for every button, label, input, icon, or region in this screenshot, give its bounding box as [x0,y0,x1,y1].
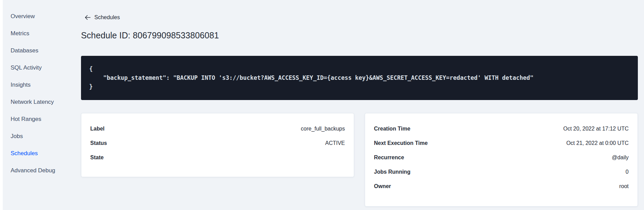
summary-row-state: State [90,150,345,165]
summary-label: Owner [374,183,391,189]
summary-label: Status [90,140,107,146]
sidebar-item-insights[interactable]: Insights [3,76,65,94]
sidebar-item-sql-activity[interactable]: SQL Activity [3,59,65,76]
summary-label: State [90,155,104,161]
sidebar-item-databases[interactable]: Databases [3,42,65,59]
left-edge-strip [0,0,3,210]
summary-row-creation-time: Creation Time Oct 20, 2022 at 17:12 UTC [374,122,629,136]
summary-label: Recurrence [374,155,404,161]
summary-value: Oct 21, 2022 at 0:00 UTC [566,140,629,146]
summary-label: Next Execution Time [374,140,428,146]
sidebar-item-schedules[interactable]: Schedules [3,145,65,162]
summary-row-jobs-running: Jobs Running 0 [374,165,629,179]
code-line: } [89,82,630,91]
sidebar-item-advanced-debug[interactable]: Advanced Debug [3,162,65,179]
summary-row-recurrence: Recurrence @daily [374,150,629,165]
arrow-left-icon [85,15,91,20]
summary-value: ACTIVE [325,140,345,146]
summary-label: Label [90,126,105,132]
summary-value: Oct 20, 2022 at 17:12 UTC [563,126,629,132]
sidebar-item-overview[interactable]: Overview [3,8,65,25]
code-line: { [89,64,630,73]
summary-row-owner: Owner root [374,179,629,194]
back-to-schedules-link[interactable]: Schedules [85,14,120,21]
summary-value: core_full_backups [301,126,345,132]
summary-row-next-execution-time: Next Execution Time Oct 21, 2022 at 0:00… [374,136,629,150]
code-line: "backup_statement": "BACKUP INTO 's3://b… [89,73,630,82]
summary-row-label: Label core_full_backups [90,122,345,136]
summary-value: @daily [612,155,629,161]
sidebar-item-network-latency[interactable]: Network Latency [3,94,65,111]
sidebar-item-hot-ranges[interactable]: Hot Ranges [3,111,65,128]
summary-value: root [619,183,629,189]
summary-label: Creation Time [374,126,410,132]
summary-label: Jobs Running [374,169,411,175]
page-title: Schedule ID: 806799098533806081 [81,30,219,40]
back-link-label: Schedules [94,14,120,21]
summary-row-status: Status ACTIVE [90,136,345,150]
schedule-timing-card: Creation Time Oct 20, 2022 at 17:12 UTC … [365,113,638,207]
sidebar: Overview Metrics Databases SQL Activity … [3,8,65,179]
schedule-summary-card: Label core_full_backups Status ACTIVE St… [81,113,354,177]
schedule-statement-code-block: { "backup_statement": "BACKUP INTO 's3:/… [81,56,638,100]
sidebar-item-metrics[interactable]: Metrics [3,25,65,42]
sidebar-item-jobs[interactable]: Jobs [3,128,65,145]
summary-value: 0 [626,169,629,175]
